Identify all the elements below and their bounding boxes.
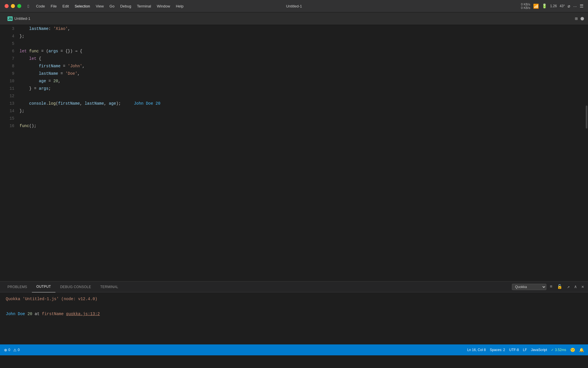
menu-file[interactable]: File [49,3,59,9]
error-number: 0 [8,348,10,352]
smiley-icon[interactable]: 🙂 [570,348,575,352]
output-line-3: John Doe 20 at firstName quokka.js:13:2 [6,310,582,318]
network-status: 0 KB/s0 KB/s [521,3,530,9]
temperature: 43° [560,4,565,8]
minimize-button[interactable] [11,4,15,8]
quokka-link[interactable]: quokka.js:13:2 [66,312,100,316]
dot-indicator [581,17,584,20]
perf-status: ✓ 3.52ms [551,348,566,352]
menu-selection[interactable]: Selection [72,3,92,9]
line-num-10: 10 [0,77,14,85]
wifi-icon: 📶 [533,3,539,9]
panel-tabbar: PROBLEMS OUTPUT DEBUG CONSOLE TERMINAL Q… [0,281,588,292]
battery-icon: 🔋 [542,3,547,9]
line-num-3: 3 [0,25,14,32]
open-editor-icon[interactable]: ↗ [566,283,571,290]
code-editor[interactable]: lastName: 'Xiao', }; let func = (args = … [17,25,588,281]
menu-debug[interactable]: Debug [118,3,134,9]
line-num-6: 6 [0,47,14,55]
more-icon[interactable]: ··· [573,4,577,9]
output-line-1: Quokka 'Untitled-1.js' (node: v12.4.0) [6,295,582,303]
scrollbar-thumb[interactable] [586,106,587,129]
editor-tab[interactable]: JS Untitled-1 [4,15,34,22]
line-num-11: 11 [0,85,14,92]
menu-code[interactable]: Code [34,3,47,9]
line-num-4: 4 [0,32,14,40]
panel-scrollbar[interactable] [0,343,3,344]
clear-output-icon[interactable]: ≡ [549,284,554,290]
output-source-dropdown[interactable]: Quokka [512,284,546,290]
close-panel-icon[interactable]: ✕ [580,283,585,290]
code-line-14: }; [17,107,588,115]
siri-icon[interactable]: ⌀ [568,3,570,9]
code-area[interactable]: 3 4 5 6 7 8 [0,25,588,281]
panel-content: Quokka 'Untitled-1.js' (node: v12.4.0) J… [0,292,588,343]
cursor-position[interactable]: Ln 16, Col 8 [467,348,486,352]
close-button[interactable] [5,4,9,8]
panel-tab-debug[interactable]: DEBUG CONSOLE [55,281,96,292]
line-num-9: 9 [0,70,14,77]
maximize-button[interactable] [17,4,21,8]
code-line-3: lastName: 'Xiao', [17,25,588,32]
tab-filename: Untitled-1 [14,16,30,21]
titlebar-left:  Code File Edit Selection View Go Debug… [5,3,294,9]
editor-scrollbar[interactable] [585,25,588,281]
warning-number: 0 [18,348,20,352]
code-line-8: firstName = 'John', [17,62,588,70]
code-line-6: let func = (args = {}) ⇒ { [17,47,588,55]
line-num-5: 5 [0,40,14,47]
panel-tab-output[interactable]: OUTPUT [32,281,56,292]
line-num-15: 15 [0,115,14,122]
file-encoding[interactable]: UTF-8 [509,348,519,352]
battery-level: 1.26 [550,4,557,8]
menu-view[interactable]: View [93,3,106,9]
window-title: Untitled-1 [286,4,302,8]
panel-tab-items: PROBLEMS OUTPUT DEBUG CONSOLE TERMINAL [3,281,123,292]
chevron-up-icon[interactable]: ∧ [573,283,578,290]
menu-go[interactable]: Go [107,3,117,9]
menu-window[interactable]: Window [154,3,172,9]
line-num-8: 8 [0,62,14,70]
statusbar-left: ⊗ 0 ⚠ 0 [4,348,20,352]
titlebar:  Code File Edit Selection View Go Debug… [0,0,588,12]
statusbar: ⊗ 0 ⚠ 0 Ln 16, Col 8 Spaces: 2 UTF-8 LF … [0,344,588,355]
panel-tab-terminal[interactable]: TERMINAL [96,281,123,292]
code-line-10: age = 20, [17,77,588,85]
code-line-12 [17,92,588,100]
panel-tab-right: Quokka ≡ 🔓 ↗ ∧ ✕ [512,283,585,290]
panel: PROBLEMS OUTPUT DEBUG CONSOLE TERMINAL Q… [0,281,588,344]
code-line-11: } = args; [17,85,588,92]
code-line-16: func(); [17,122,588,130]
output-line-2 [6,303,582,310]
menu-edit[interactable]: Edit [60,3,71,9]
list-icon[interactable]: ☰ [580,3,583,9]
line-num-12: 12 [0,92,14,100]
line-ending[interactable]: LF [523,348,527,352]
tabbar: JS Untitled-1 ⊞ [0,12,588,25]
menu-terminal[interactable]: Terminal [135,3,153,9]
indentation[interactable]: Spaces: 2 [490,348,505,352]
panel-tab-problems[interactable]: PROBLEMS [3,281,32,292]
line-numbers: 3 4 5 6 7 8 [0,25,17,281]
code-line-5 [17,40,588,47]
traffic-lights [5,4,21,8]
code-line-7: let { [17,55,588,62]
warning-icon: ⚠ [13,348,17,352]
statusbar-right: Ln 16, Col 8 Spaces: 2 UTF-8 LF JavaScri… [467,348,584,352]
menu-bar:  Code File Edit Selection View Go Debug… [25,3,186,9]
language-mode[interactable]: JavaScript [531,348,547,352]
split-editor-icon[interactable]: ⊞ [575,16,578,22]
line-num-7: 7 [0,55,14,62]
error-icon: ⊗ [4,348,7,352]
error-count[interactable]: ⊗ 0 ⚠ 0 [4,348,20,352]
lock-output-icon[interactable]: 🔓 [556,283,564,290]
apple-menu[interactable]:  [25,3,31,9]
menu-help[interactable]: Help [173,3,186,9]
js-badge: JS [7,16,13,21]
notification-icon[interactable]: 🔔 [579,348,584,352]
editor-container: 3 4 5 6 7 8 [0,25,588,344]
tab-right-icons: ⊞ [575,16,584,22]
code-line-15 [17,115,588,122]
code-line-9: lastName = 'Doe', [17,70,588,77]
line-num-13: 13 [0,100,14,107]
